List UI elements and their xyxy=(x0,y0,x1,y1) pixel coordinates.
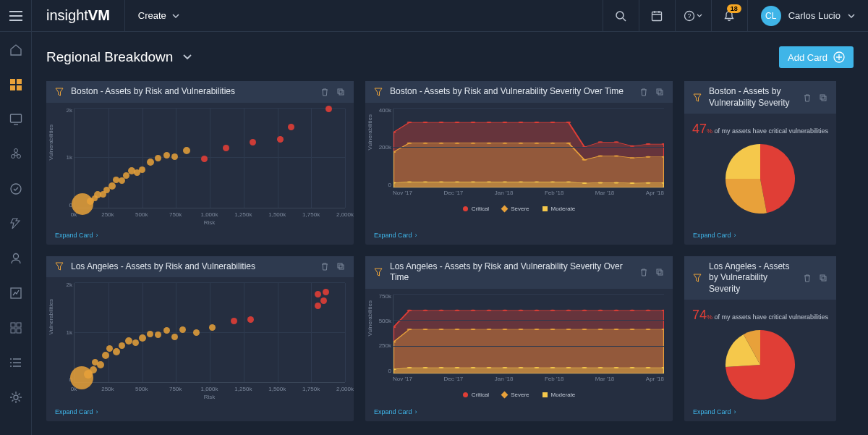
delete-icon[interactable] xyxy=(803,274,812,282)
svg-point-20 xyxy=(10,358,12,360)
card-header: Los Angeles - Assets by Risk and Vulnera… xyxy=(46,256,354,278)
copy-icon[interactable] xyxy=(336,262,345,271)
sidebar-item-assets[interactable] xyxy=(0,109,32,130)
svg-point-71 xyxy=(487,181,492,182)
dashboard-selector[interactable]: Regional Breakdown xyxy=(46,49,192,65)
expand-card-link[interactable]: Expand Card › xyxy=(374,232,664,239)
card-boston-scatter: Boston - Assets by Risk and Vulnerabilit… xyxy=(46,81,354,245)
svg-point-72 xyxy=(503,181,508,182)
svg-point-91 xyxy=(423,310,428,311)
search-button[interactable] xyxy=(603,0,639,32)
expand-card-link[interactable]: Expand Card › xyxy=(693,408,827,415)
copy-icon[interactable] xyxy=(819,274,827,282)
add-card-button[interactable]: Add Card xyxy=(779,46,854,68)
delete-icon[interactable] xyxy=(639,268,648,276)
y-axis: 2k1k0 xyxy=(52,107,72,208)
svg-point-119 xyxy=(582,329,587,330)
expand-card-link[interactable]: Expand Card › xyxy=(55,408,345,415)
x-axis: Nov '17Dec '17Jan '18Feb '18Mar '18Apr '… xyxy=(393,190,664,204)
svg-point-56 xyxy=(535,142,540,143)
copy-icon[interactable] xyxy=(655,88,664,96)
svg-point-112 xyxy=(471,329,476,330)
notifications-button[interactable]: 18 xyxy=(711,0,747,32)
svg-point-48 xyxy=(407,142,412,143)
content: Regional Breakdown Add Card Boston - Ass… xyxy=(32,32,868,435)
card-header: Boston - Assets by Risk and Vulnerabilit… xyxy=(46,81,354,103)
database-icon xyxy=(9,321,22,334)
copy-icon[interactable] xyxy=(819,93,827,102)
svg-point-93 xyxy=(455,310,460,311)
user-menu[interactable]: CL Carlos Lucio xyxy=(747,0,868,32)
biohazard-icon xyxy=(9,148,22,161)
svg-point-138 xyxy=(598,367,603,368)
svg-point-10 xyxy=(14,149,17,153)
delete-icon[interactable] xyxy=(320,88,329,96)
svg-point-66 xyxy=(407,181,412,182)
card-la-scatter: Los Angeles - Assets by Risk and Vulnera… xyxy=(46,256,354,421)
svg-point-139 xyxy=(614,367,619,368)
svg-point-110 xyxy=(439,329,444,330)
svg-point-114 xyxy=(503,329,508,330)
filter-icon[interactable] xyxy=(374,88,383,96)
expand-card-link[interactable]: Expand Card › xyxy=(693,232,827,239)
svg-point-98 xyxy=(535,310,540,311)
sidebar-item-query[interactable] xyxy=(0,317,32,339)
svg-point-44 xyxy=(630,145,635,146)
filter-icon[interactable] xyxy=(693,274,702,282)
svg-point-97 xyxy=(519,310,524,311)
card-title: Boston - Assets by Vulnerability Severit… xyxy=(709,86,796,109)
filter-icon[interactable] xyxy=(374,268,383,276)
expand-card-link[interactable]: Expand Card › xyxy=(55,232,345,239)
svg-rect-6 xyxy=(10,85,15,90)
create-dropdown[interactable]: Create xyxy=(125,0,192,32)
svg-rect-8 xyxy=(10,114,21,122)
sidebar-item-users[interactable] xyxy=(0,248,32,269)
svg-point-100 xyxy=(566,310,571,311)
svg-point-90 xyxy=(407,310,412,311)
svg-rect-26 xyxy=(339,90,344,95)
sidebar-item-home[interactable] xyxy=(0,39,32,61)
svg-rect-143 xyxy=(820,275,825,279)
svg-point-52 xyxy=(471,142,476,143)
sidebar-item-policies[interactable] xyxy=(0,178,32,200)
sidebar-item-dashboard[interactable] xyxy=(0,74,32,96)
svg-point-75 xyxy=(550,181,556,182)
calendar-button[interactable] xyxy=(639,0,675,32)
copy-icon[interactable] xyxy=(655,268,664,276)
delete-icon[interactable] xyxy=(320,262,329,271)
card-boston-line: Boston - Assets by Risk and Vulnerabilit… xyxy=(365,81,673,245)
svg-text:?: ? xyxy=(688,12,692,20)
logo[interactable]: insightVM xyxy=(32,0,125,32)
svg-point-54 xyxy=(503,142,508,143)
menu-toggle[interactable] xyxy=(0,0,32,32)
svg-point-96 xyxy=(503,310,508,311)
filter-icon[interactable] xyxy=(693,93,702,102)
delete-icon[interactable] xyxy=(639,88,648,96)
x-axis: Nov '17Dec '17Jan '18Feb '18Mar '18Apr '… xyxy=(393,376,664,390)
filter-icon[interactable] xyxy=(55,88,64,96)
delete-icon[interactable] xyxy=(803,93,812,102)
sidebar-item-list[interactable] xyxy=(0,352,32,373)
sidebar-item-automation[interactable] xyxy=(0,213,32,235)
sidebar-item-settings[interactable] xyxy=(0,387,32,408)
svg-point-59 xyxy=(582,159,587,160)
svg-point-127 xyxy=(423,367,428,368)
svg-point-74 xyxy=(535,181,540,182)
svg-point-55 xyxy=(519,142,524,143)
expand-card-link[interactable]: Expand Card › xyxy=(374,408,664,415)
svg-point-31 xyxy=(423,122,428,123)
svg-point-39 xyxy=(550,122,556,123)
svg-point-63 xyxy=(646,156,651,157)
list-icon xyxy=(9,356,22,369)
svg-point-30 xyxy=(407,122,412,123)
filter-icon[interactable] xyxy=(55,262,64,271)
svg-rect-87 xyxy=(657,269,661,274)
gear-icon xyxy=(9,391,22,404)
sidebar-item-vulnerabilities[interactable] xyxy=(0,143,32,165)
copy-icon[interactable] xyxy=(336,88,345,96)
svg-point-68 xyxy=(439,181,444,182)
sidebar-item-reports[interactable] xyxy=(0,282,32,304)
svg-point-62 xyxy=(630,157,635,159)
help-button[interactable]: ? xyxy=(675,0,711,32)
card-la-line: Los Angeles - Assets by Risk and Vulnera… xyxy=(365,256,673,421)
